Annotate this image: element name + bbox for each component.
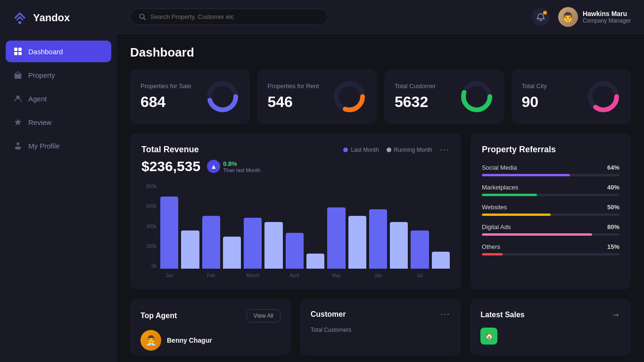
bar-running-month <box>223 237 241 269</box>
bar-group-jan-r <box>181 184 199 269</box>
header: 👨 Hawkins Maru Company Manager <box>117 0 644 34</box>
x-label-feb-r <box>223 273 241 278</box>
ref-item-digital-ads: Digital Ads 80% <box>482 223 619 236</box>
stat-label: Total City <box>522 82 547 90</box>
donut-chart-rent <box>332 80 366 114</box>
latest-dot: 🏠 <box>480 328 497 345</box>
ref-row: Marketplaces 40% <box>482 184 619 191</box>
donut-chart-customer <box>460 80 494 114</box>
ref-pct: 50% <box>607 204 619 211</box>
x-label-may-r <box>348 273 366 278</box>
sidebar-nav: Dashboard Property Agent <box>0 41 117 156</box>
bar-group-jul <box>411 184 429 269</box>
y-axis: 800k 600k 400k 200k 0k <box>141 184 160 269</box>
ref-pct: 64% <box>607 164 619 171</box>
stat-label: Total Customer <box>395 82 436 90</box>
bar-running-month <box>264 222 282 269</box>
chart-legend: Last Month Running Month ··· <box>343 145 450 155</box>
stat-value: 90 <box>522 93 547 111</box>
bar-group-jul-r <box>432 184 450 269</box>
bar-running-month <box>306 254 324 269</box>
ref-name: Social Media <box>482 164 517 171</box>
customer-card: Customer ··· Total Customers <box>300 299 461 355</box>
top-agent-card: Top Agent View All 👨‍💼 Benny Chagur <box>130 299 291 355</box>
svg-point-9 <box>17 142 19 145</box>
revenue-amount: $236,535 <box>141 158 200 174</box>
bar-group-march <box>244 184 262 269</box>
ref-pct: 15% <box>607 243 619 250</box>
y-label: 0k <box>141 263 157 269</box>
sidebar-item-my-profile[interactable]: My Profile <box>6 135 111 156</box>
logo-text: Yandox <box>33 12 70 24</box>
page-title: Dashboard <box>130 45 631 60</box>
view-all-button[interactable]: View All <box>247 309 281 322</box>
sidebar-item-dashboard[interactable]: Dashboard <box>6 41 111 62</box>
x-label-jan-r <box>181 273 199 278</box>
header-right: 👨 Hawkins Maru Company Manager <box>532 7 631 27</box>
latest-sales-item: 🏠 <box>480 328 620 345</box>
main-content: 👨 Hawkins Maru Company Manager Dashboard… <box>117 0 644 362</box>
section-header: Customer ··· <box>311 309 451 319</box>
bar-group-may-r <box>348 184 366 269</box>
person-icon <box>13 141 23 150</box>
x-label-april-r <box>306 273 324 278</box>
ref-row: Social Media 64% <box>482 164 619 171</box>
ref-bar-bg <box>482 233 619 236</box>
legend-running-month: Running Month <box>387 147 432 153</box>
more-options-button[interactable]: ··· <box>440 145 450 155</box>
revenue-sublabel: Than last Month <box>223 167 260 173</box>
sidebar-item-agent[interactable]: Agent <box>6 88 111 109</box>
stat-card-total-city: Total City 90 <box>512 69 631 124</box>
ref-bar-fill <box>482 233 592 236</box>
svg-point-1 <box>18 21 21 24</box>
bar-group-jun <box>369 184 387 269</box>
search-icon <box>139 13 146 20</box>
search-input[interactable] <box>150 13 319 20</box>
bar-group-feb-r <box>223 184 241 269</box>
x-label-jan: Jan <box>160 273 178 278</box>
bars-container <box>160 184 450 269</box>
bar-last-month <box>411 230 429 269</box>
sidebar-item-review[interactable]: Review <box>6 111 111 133</box>
x-label-may: May <box>327 273 345 278</box>
sidebar-item-label: My Profile <box>28 142 60 150</box>
customer-more-button[interactable]: ··· <box>440 309 450 319</box>
user-icon <box>13 94 23 103</box>
bar-running-month <box>432 252 450 269</box>
notification-button[interactable] <box>532 8 550 26</box>
revenue-card: Total Revenue Last Month Running Month ·… <box>130 133 461 289</box>
bar-last-month <box>202 216 220 269</box>
search-bar[interactable] <box>130 8 328 25</box>
bar-group-may <box>327 184 345 269</box>
svg-rect-2 <box>14 48 17 51</box>
star-icon <box>13 117 23 127</box>
y-label: 600k <box>141 204 157 209</box>
bar-group-feb <box>202 184 220 269</box>
revenue-pct: 0.8% <box>223 160 260 167</box>
sidebar-item-label: Dashboard <box>28 48 63 56</box>
building-icon <box>13 70 23 80</box>
ref-pct: 80% <box>607 223 619 230</box>
user-info[interactable]: 👨 Hawkins Maru Company Manager <box>558 7 631 27</box>
ref-bar-bg <box>482 194 619 196</box>
up-arrow-icon: ▲ <box>207 160 220 173</box>
bar-group-april-r <box>306 184 324 269</box>
x-label-jul: Jul <box>411 273 429 278</box>
y-label: 200k <box>141 244 157 249</box>
revenue-change: 0.8% Than last Month <box>223 160 260 173</box>
arrow-right-icon[interactable]: → <box>611 309 620 320</box>
latest-sales-title: Latest Sales <box>480 311 524 319</box>
customer-total-label: Total Customers <box>311 327 451 333</box>
legend-last-month: Last Month <box>343 147 379 153</box>
sidebar-item-property[interactable]: Property <box>6 64 111 86</box>
ref-bar-fill <box>482 174 570 176</box>
stat-info: Properties for Rent 546 <box>268 82 319 111</box>
ref-item-others: Others 15% <box>482 243 619 255</box>
y-label: 400k <box>141 224 157 229</box>
ref-bar-bg <box>482 174 619 176</box>
legend-dot-running <box>387 148 391 152</box>
stat-card-properties-rent: Properties for Rent 546 <box>257 69 377 124</box>
sidebar-item-label: Review <box>28 118 51 126</box>
bar-last-month <box>369 209 387 269</box>
agent-preview: 👨‍💼 Benny Chagur <box>140 330 281 351</box>
